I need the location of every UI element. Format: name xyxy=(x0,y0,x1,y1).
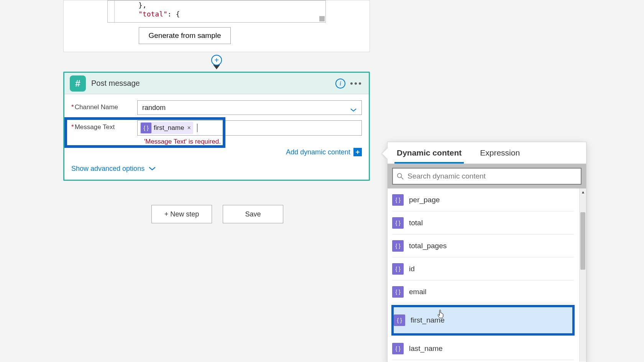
scrollbar-thumb[interactable] xyxy=(580,212,585,270)
post-message-card: # Post message i *Channel Name random xyxy=(63,72,370,181)
message-text-row: *Message Text { } first_name × xyxy=(71,120,362,136)
dynamic-item-avatar[interactable]: { }avatar xyxy=(392,360,574,362)
scroll-up-arrow-icon[interactable]: ▴ xyxy=(580,188,586,195)
token-icon: { } xyxy=(141,123,151,133)
info-button[interactable]: i xyxy=(333,76,348,91)
card-header[interactable]: # Post message i xyxy=(64,73,369,94)
plus-icon: + xyxy=(353,148,362,156)
show-advanced-label: Show advanced options xyxy=(71,165,145,173)
more-options-button[interactable] xyxy=(348,76,363,91)
svg-point-0 xyxy=(350,82,353,85)
channel-name-value: random xyxy=(142,104,166,112)
parse-json-card-tail: }, "total": { Generate from sample xyxy=(63,0,370,52)
dynamic-item-label: email xyxy=(409,288,426,296)
dynamic-content-popover: Dynamic content Expression { }per_page{ … xyxy=(387,142,586,362)
token-remove-button[interactable]: × xyxy=(187,124,191,131)
new-step-button[interactable]: + New step xyxy=(151,205,212,223)
channel-name-label: *Channel Name xyxy=(71,100,137,111)
token-icon: { } xyxy=(392,194,404,206)
search-icon xyxy=(397,173,404,180)
search-bar-wrap xyxy=(388,164,586,188)
svg-line-4 xyxy=(401,177,403,179)
add-dynamic-content-label: Add dynamic content xyxy=(286,148,350,156)
dynamic-item-label: per_page xyxy=(409,196,440,204)
dynamic-item-label: id xyxy=(409,265,415,273)
slack-icon: # xyxy=(70,75,86,92)
generate-from-sample-button[interactable]: Generate from sample xyxy=(139,27,231,44)
add-dynamic-content-link[interactable]: Add dynamic content + xyxy=(286,148,362,156)
dynamic-item-total[interactable]: { }total xyxy=(392,211,574,234)
ellipsis-icon xyxy=(350,82,361,85)
dynamic-item-label: last_name xyxy=(409,344,443,353)
popover-tabs: Dynamic content Expression xyxy=(388,142,586,164)
mouse-cursor-hand-icon xyxy=(438,309,445,318)
svg-point-1 xyxy=(355,82,357,85)
text-caret xyxy=(197,124,197,132)
show-advanced-options-toggle[interactable]: Show advanced options xyxy=(71,165,156,173)
insert-step-button[interactable]: + xyxy=(211,55,222,66)
json-key: "total" xyxy=(138,10,168,18)
token-label: first_name xyxy=(154,124,184,132)
search-input[interactable] xyxy=(407,172,577,180)
json-brace: : { xyxy=(168,10,180,18)
tab-expression[interactable]: Expression xyxy=(478,142,522,164)
dynamic-item-last_name[interactable]: { }last_name xyxy=(392,337,574,360)
info-icon: i xyxy=(335,79,345,88)
card-title: Post message xyxy=(91,79,333,88)
search-field-wrap[interactable] xyxy=(392,168,582,185)
dynamic-item-email[interactable]: { }email xyxy=(392,280,574,303)
channel-name-dropdown[interactable]: random xyxy=(137,100,362,115)
code-gutter xyxy=(108,1,115,22)
dynamic-item-list: { }per_page{ }total{ }total_pages{ }id{ … xyxy=(388,188,586,362)
flow-connector: + xyxy=(209,55,224,73)
dynamic-item-label: total_pages xyxy=(409,242,447,250)
message-text-input[interactable]: { } first_name × xyxy=(137,120,362,136)
token-icon: { } xyxy=(394,314,405,326)
chevron-down-icon xyxy=(148,165,156,173)
dynamic-item-total_pages[interactable]: { }total_pages xyxy=(392,234,574,257)
svg-point-2 xyxy=(359,82,361,85)
save-button[interactable]: Save xyxy=(223,205,283,223)
dynamic-item-id[interactable]: { }id xyxy=(392,257,574,280)
dynamic-item-first_name[interactable]: { }first_name xyxy=(391,305,575,336)
scroll-corner xyxy=(319,16,325,21)
message-text-label: *Message Text xyxy=(71,120,137,131)
token-icon: { } xyxy=(392,217,404,229)
scrollbar-track[interactable]: ▴ xyxy=(579,188,586,362)
dynamic-token-first-name[interactable]: { } first_name × xyxy=(140,122,193,134)
dynamic-item-per_page[interactable]: { }per_page xyxy=(392,188,574,211)
tab-dynamic-content[interactable]: Dynamic content xyxy=(394,142,464,164)
token-icon: { } xyxy=(392,263,404,275)
chevron-down-icon xyxy=(350,106,357,110)
validation-error: 'Message Text' is required. xyxy=(144,138,362,146)
dynamic-item-label: total xyxy=(409,219,423,227)
json-schema-preview[interactable]: }, "total": { xyxy=(107,0,326,23)
svg-point-3 xyxy=(398,174,402,178)
token-icon: { } xyxy=(392,286,404,298)
channel-name-row: *Channel Name random xyxy=(71,100,362,115)
flow-footer-buttons: + New step Save xyxy=(151,205,283,223)
token-icon: { } xyxy=(392,240,404,252)
token-icon: { } xyxy=(392,343,404,354)
json-line-1: }, xyxy=(138,1,147,9)
